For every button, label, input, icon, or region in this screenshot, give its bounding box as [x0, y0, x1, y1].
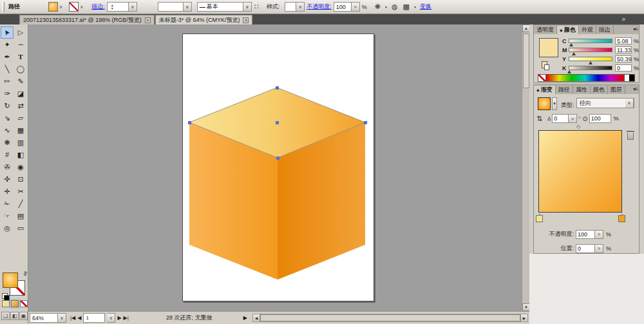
vertical-scrollbar[interactable]: ▲ ▼: [522, 24, 529, 311]
live-paint-bucket-tool[interactable]: ✣: [1, 173, 14, 186]
pencil-tool[interactable]: ✎: [14, 75, 27, 88]
channel-value-field[interactable]: 0: [615, 64, 632, 71]
stroke-dropdown-icon[interactable]: ∨: [79, 5, 84, 10]
panel-tab[interactable]: ◆ 路径: [556, 86, 573, 94]
full-screen-menu-mode-button[interactable]: ◧: [10, 312, 19, 320]
panel-tab[interactable]: ◆ 透明度: [534, 26, 557, 34]
gradient-angle-field[interactable]: 0: [552, 114, 569, 123]
mesh-tool[interactable]: #: [1, 149, 14, 161]
gradient-tool[interactable]: ◧: [14, 149, 27, 161]
vertical-scroll-thumb[interactable]: [523, 33, 529, 88]
channel-value-field[interactable]: 11.33: [615, 46, 632, 53]
brush-definition-field[interactable]: — 基本: [197, 2, 243, 12]
scroll-right-icon[interactable]: ▶: [520, 314, 527, 321]
align-options-icon[interactable]: ▩: [403, 3, 410, 11]
scissors-tool[interactable]: ✁: [1, 198, 14, 210]
stop-location-spinner-icon[interactable]: >: [595, 244, 603, 253]
slice-tool[interactable]: ✂: [14, 186, 27, 198]
panel-tab[interactable]: ◆ 描边: [596, 26, 614, 34]
panel-tab[interactable]: ◆ 颜色: [557, 26, 579, 34]
opacity-field[interactable]: 100: [334, 2, 352, 12]
gradient-slider-square[interactable]: [538, 130, 622, 213]
crop-area-tool[interactable]: ✛: [1, 186, 14, 198]
mini-fill-stroke-icon[interactable]: [542, 61, 547, 68]
fill-dropdown-icon[interactable]: ∨: [58, 5, 64, 10]
full-screen-mode-button[interactable]: ▣: [19, 312, 28, 320]
lasso-tool[interactable]: ∽: [14, 39, 27, 51]
free-transform-tool[interactable]: ▦: [14, 124, 27, 137]
next-page-icon[interactable]: ▶: [117, 315, 121, 321]
cube-artwork[interactable]: [28, 24, 522, 311]
channel-slider-handle[interactable]: [567, 70, 571, 73]
last-page-icon[interactable]: ▶|: [124, 315, 129, 321]
shear-tool[interactable]: ▱: [14, 112, 27, 124]
page-number-field[interactable]: 1: [83, 313, 105, 323]
document-tab[interactable]: 20071230135833317.ai* @ 198% (RGB/预览) ×: [19, 15, 155, 24]
line-segment-tool[interactable]: ╲: [1, 63, 14, 75]
panel-tab[interactable]: ◆ 图层: [608, 86, 625, 94]
dock-collapse-icon[interactable]: »: [621, 15, 625, 23]
gradient-stop-left[interactable]: [536, 215, 543, 222]
reverse-gradient-icon[interactable]: ⇅: [536, 115, 542, 123]
ellipse-tool[interactable]: ◯: [14, 63, 27, 75]
recolor-artwork-icon[interactable]: ❋: [375, 3, 381, 11]
column-graph-tool[interactable]: ▥: [14, 137, 27, 149]
blend-tool[interactable]: ◉: [14, 161, 27, 173]
gradient-stop-right[interactable]: [618, 215, 625, 222]
status-menu-icon[interactable]: ▶: [243, 315, 247, 321]
horizontal-scrollbar[interactable]: ◀ ▶: [252, 314, 528, 322]
channel-value-field[interactable]: 50.39: [615, 55, 632, 62]
fill-color-swatch[interactable]: [48, 2, 58, 12]
direct-selection-tool[interactable]: ▷: [14, 26, 27, 39]
channel-slider[interactable]: [569, 39, 612, 43]
reflect-tool[interactable]: ⇄: [14, 100, 27, 112]
live-paint-selection-tool[interactable]: ⊡: [14, 173, 27, 186]
pen-tool[interactable]: ✒: [1, 51, 14, 63]
sphere-icon[interactable]: ◍: [392, 3, 398, 11]
panel-tab[interactable]: ◆ 颜色: [591, 86, 608, 94]
width-profile-field[interactable]: [158, 2, 184, 12]
aspect-ratio-field[interactable]: 100: [589, 114, 611, 123]
default-fill-stroke-icon[interactable]: [2, 293, 8, 299]
page-dropdown-icon[interactable]: ∨: [107, 313, 115, 323]
tab-close-icon[interactable]: ×: [145, 17, 151, 23]
none-swatch-icon[interactable]: [538, 75, 546, 81]
hand-tool[interactable]: ☞: [1, 210, 14, 222]
knife-tool[interactable]: ╱: [14, 198, 27, 210]
stop-opacity-field[interactable]: 100: [576, 230, 595, 239]
prev-page-icon[interactable]: ◀: [77, 315, 81, 321]
paintbrush-tool[interactable]: ✏: [1, 75, 14, 88]
panel-tab[interactable]: ◆ 渐变: [534, 86, 556, 94]
transform-link[interactable]: 变换: [420, 3, 431, 11]
canvas[interactable]: [28, 24, 522, 311]
channel-value-field[interactable]: 5.08: [615, 37, 632, 44]
gradient-type-dropdown-icon[interactable]: ∨: [625, 98, 634, 108]
stroke-color-swatch[interactable]: [69, 2, 79, 12]
align-dropdown-icon[interactable]: ▼: [412, 5, 418, 9]
gradient-swatch-dropdown-icon[interactable]: ▼: [552, 97, 557, 110]
channel-slider[interactable]: [569, 48, 612, 52]
selection-tool[interactable]: ➤: [1, 26, 14, 39]
color-spectrum-bar[interactable]: [538, 74, 635, 82]
spectrum-gradient[interactable]: [546, 75, 624, 81]
none-button[interactable]: [20, 300, 28, 307]
gradient-type-select[interactable]: 径向 ∨: [576, 98, 634, 108]
channel-slider[interactable]: [569, 57, 612, 61]
opacity-link[interactable]: 不透明度:: [307, 3, 332, 11]
opacity-spinner-icon[interactable]: >: [352, 2, 360, 12]
tab-close-icon[interactable]: ×: [243, 17, 249, 23]
smooth-tool[interactable]: ✑: [1, 88, 14, 100]
panel-menu-icon[interactable]: ▾≡: [633, 86, 638, 92]
brush-options-icon[interactable]: ∷: [254, 3, 259, 11]
normal-screen-mode-button[interactable]: ❏: [1, 312, 10, 320]
zoom-level-field[interactable]: 64%: [30, 313, 58, 323]
eyedropper-tool[interactable]: ✇: [1, 161, 14, 173]
gradient-button[interactable]: [11, 300, 19, 307]
delete-stop-icon[interactable]: [627, 133, 634, 140]
artboard-tool[interactable]: ▭: [14, 222, 27, 234]
angle-spinner-icon[interactable]: >: [569, 114, 577, 123]
panel-tab[interactable]: ◆ 属性: [573, 86, 591, 94]
path-eraser-tool[interactable]: ◪: [14, 88, 27, 100]
page-tool[interactable]: ▤: [14, 210, 27, 222]
recolor-dropdown-icon[interactable]: ▼: [383, 5, 389, 9]
